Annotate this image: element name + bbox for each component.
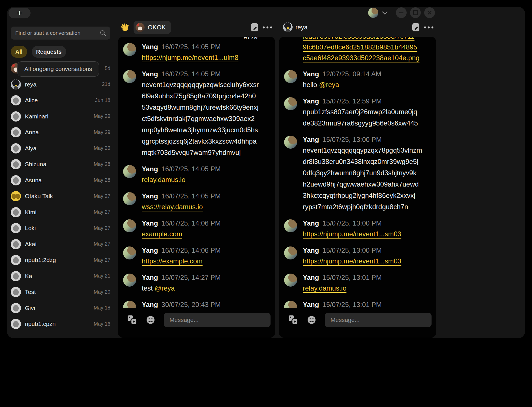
conversation-name: npub1:2dzg [25, 257, 56, 263]
chat-header-avatar[interactable] [283, 22, 293, 32]
conversation-name: Akai [25, 241, 37, 248]
conversation-item[interactable]: npub1:2dzgMay 27 [7, 252, 118, 268]
avatar [11, 303, 21, 313]
close-icon [427, 10, 432, 15]
avatar [284, 70, 297, 83]
conversation-item[interactable]: AlyaMay 29 [7, 140, 118, 157]
message: Yang15/07/25, 13:01 PMwss://relay.damus.… [284, 301, 432, 308]
message-continuation: f8dd769c762fc83393d6f13386/7c7119fc6b07e… [303, 37, 432, 63]
message-link[interactable]: relay.damus.io [142, 176, 185, 183]
message-header: Yang15/07/25, 13:00 PM [303, 246, 401, 254]
conversation-item[interactable]: AkaiMay 27 [7, 236, 118, 252]
conversation-time: May 27 [94, 193, 118, 199]
chevron-down-icon[interactable] [382, 11, 388, 15]
message-body: Yang15/07/25, 12:59 PMnpub1zfss807aer0j2… [303, 97, 418, 129]
chat-menu-icon[interactable] [262, 26, 273, 29]
conversation-item[interactable]: AliceJun 18 [7, 92, 118, 109]
message-link[interactable]: wss://relay.damus.io [142, 203, 203, 211]
maximize-button[interactable] [410, 7, 421, 18]
avatar [284, 246, 297, 259]
message-header: Yang16/07/25, 14:05 PM [142, 192, 221, 200]
message-input[interactable] [325, 313, 432, 327]
message-text: nevent1qvzqqqqqqypzqwlsccluhy6xxsr6l9a9u… [142, 81, 259, 156]
message: Yang15/07/25, 13:00 PMnevent1qvzqqqqqqyp… [284, 136, 432, 213]
conversation-time: May 27 [94, 225, 118, 231]
media-attach-icon[interactable] [127, 315, 137, 325]
filter-all[interactable]: All [11, 46, 27, 58]
message-mention[interactable]: @reya [155, 284, 175, 292]
conversation-item[interactable]: AsunaMay 28 [7, 172, 118, 189]
avatar [123, 165, 136, 178]
composer [284, 313, 432, 327]
message-mention[interactable]: @reya [319, 81, 339, 88]
message-content: https://njump.me/nevent1...sm03 [303, 228, 401, 240]
message-link[interactable]: example.com [142, 230, 182, 238]
message-list[interactable]: f8dd769c762fc83393d6f13386/7c7119fc6b07e… [284, 37, 432, 308]
message-input[interactable] [164, 313, 271, 327]
compose-note-icon[interactable] [251, 23, 258, 32]
conversation-name: Otaku Talk [25, 193, 53, 200]
message-link[interactable]: f8dd769c762fc83393d6f13386/7c7119fc6b07e… [303, 37, 419, 62]
message-link[interactable]: https://njump.me/nevent1...sm03 [303, 257, 401, 265]
avatar [284, 301, 297, 308]
conversation-item[interactable]: reya21d [7, 77, 118, 93]
message-header: Yang16/07/25, 14:06 PM [142, 246, 221, 254]
avatar [123, 246, 136, 259]
message-header: Yang16/07/25, 14:06 PM [142, 219, 221, 227]
conversation-name: npub1:cpzn [25, 321, 56, 327]
avatar [11, 79, 21, 90]
message-content: npub1zfss807aer0j26mwp2la0ume0jqde3823rm… [303, 106, 418, 129]
conversation-item[interactable]: ShizunaMay 28 [7, 156, 118, 172]
message-header: Yang30/07/25, 20:43 PM [142, 301, 221, 308]
message-link[interactable]: https://njump.me/nevent1...sm03 [303, 230, 401, 238]
message-link[interactable]: relay.damus.io [303, 284, 346, 292]
emoji-smiley-icon[interactable] [146, 315, 155, 325]
conversation-list: 5dreya21dAliceJun 18KaminariMay 29AnnaMa… [7, 60, 118, 332]
conversation-item[interactable]: LokiMay 27 [7, 220, 118, 236]
conversation-item[interactable]: GiviMay 18 [7, 300, 118, 316]
conversation-item[interactable]: KaMay 21 [7, 268, 118, 284]
account-avatar[interactable] [368, 8, 378, 18]
conversation-item[interactable]: KaminariMay 29 [7, 109, 118, 125]
new-chat-button[interactable]: + [8, 8, 31, 18]
message-body: Yang16/07/25, 14:06 PMhttps://example.co… [142, 246, 221, 267]
message-author: Yang [142, 274, 158, 281]
avatar [123, 70, 136, 83]
message-header: Yang16/07/25, 14:27 PM [142, 274, 221, 282]
message-content: example.com [142, 228, 221, 240]
message-link[interactable]: https://example.com [142, 257, 203, 265]
conversation-item[interactable]: KimiMay 27 [7, 204, 118, 220]
close-button[interactable] [424, 7, 435, 18]
message-timestamp: 16/07/25, 14:05 PM [161, 70, 220, 78]
conversation-name: reya [25, 81, 37, 88]
conversation-item[interactable]: TestMay 20 [7, 284, 118, 300]
conversation-time: May 29 [94, 113, 118, 119]
avatar [123, 219, 136, 232]
message-link[interactable]: https://njump.me/nevent1...ulm8 [142, 54, 239, 61]
avatar [11, 255, 21, 265]
conversation-item[interactable]: AnnaMay 29 [7, 124, 118, 140]
minimize-button[interactable] [396, 7, 407, 18]
avatar [123, 301, 136, 308]
message: Yang15/07/25, 13:01 PMrelay.damus.io [284, 274, 432, 294]
emoji-smiley-icon[interactable] [307, 315, 316, 325]
avatar [11, 191, 21, 201]
message-list[interactable]: Yang16/07/25, 14:05 PMhttps://njump.me/n… [123, 37, 271, 308]
conversation-time: May 21 [94, 273, 118, 279]
compose-note-icon[interactable] [412, 23, 420, 32]
conversation-item[interactable]: npub1:cpznMay 16 [7, 316, 118, 332]
media-attach-icon[interactable] [288, 315, 298, 325]
chat-header-okok[interactable]: OKOK [134, 21, 171, 34]
chat-menu-icon[interactable] [424, 26, 434, 29]
wave-icon [120, 23, 130, 32]
conversation-time: May 16 [94, 321, 118, 327]
message-body: Yang16/07/25, 14:06 PMexample.com [142, 219, 221, 240]
message-timestamp: 15/07/25, 13:01 PM [322, 274, 381, 281]
conversation-item[interactable]: Otaku TalkMay 27 [7, 188, 118, 204]
search-field[interactable] [15, 30, 100, 36]
conversation-time: 5d [105, 66, 118, 72]
filter-requests[interactable]: Requests [32, 46, 66, 58]
message-content: f8dd769c762fc83393d6f13386/7c7119fc6b07e… [303, 37, 419, 63]
message-body: Yang15/07/25, 13:01 PMrelay.damus.io [303, 274, 382, 294]
search-input[interactable] [11, 27, 110, 40]
